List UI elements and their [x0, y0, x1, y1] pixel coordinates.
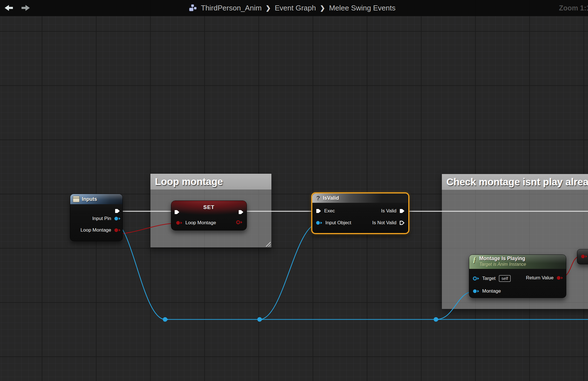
forward-arrow-icon[interactable] — [21, 3, 31, 13]
breadcrumb: ThirdPerson_Anim ❯ Event Graph ❯ Melee S… — [188, 0, 396, 16]
blueprint-graph-icon — [188, 4, 197, 12]
node-header[interactable]: Inputs — [70, 194, 122, 204]
pin-label: Is Valid — [381, 208, 397, 214]
breadcrumb-graph[interactable]: Event Graph — [275, 4, 316, 12]
wire-layer — [0, 0, 588, 381]
loop-montage-input-pin[interactable] — [176, 221, 183, 225]
target-self-value[interactable]: self — [499, 275, 510, 282]
question-mark-icon: ? — [316, 195, 320, 202]
exec-out-pin[interactable] — [238, 209, 244, 215]
blue-data-wire-montage[interactable] — [436, 291, 474, 319]
pin-label: Montage — [482, 288, 501, 294]
blue-data-wire-isvalid[interactable] — [260, 223, 319, 319]
montage-pin[interactable] — [473, 289, 479, 293]
exec-in-pin[interactable] — [174, 209, 180, 215]
node-title: IsValid — [323, 195, 339, 201]
breadcrumb-subgraph[interactable]: Melee Swing Events — [329, 4, 396, 12]
node-montage-is-playing[interactable]: ƒ Montage Is Playing Target is Anim Inst… — [469, 254, 566, 298]
exec-out-pin[interactable] — [115, 208, 120, 214]
node-title: Inputs — [82, 196, 97, 202]
red-input-pin[interactable] — [581, 254, 587, 259]
zoom-level-label: Zoom 1:1 — [559, 0, 588, 16]
reroute-node-3[interactable] — [434, 317, 438, 322]
is-not-valid-exec-out-pin[interactable] — [399, 220, 405, 226]
node-header[interactable]: ƒ Montage Is Playing Target is Anim Inst… — [469, 255, 566, 269]
input-pin-output-pin[interactable] — [114, 216, 121, 221]
chevron-right-icon: ❯ — [266, 5, 271, 12]
pin-label: Loop Montage — [80, 227, 111, 233]
breadcrumb-asset[interactable]: ThirdPerson_Anim — [201, 4, 262, 12]
pin-label: Return Value — [526, 275, 554, 281]
is-valid-exec-out-pin[interactable] — [399, 208, 405, 214]
reroute-node-1[interactable] — [163, 317, 167, 322]
node-isvalid[interactable]: ? IsValid Exec Is Valid Input Object I — [311, 192, 409, 234]
input-object-pin[interactable] — [316, 221, 322, 225]
chevron-right-icon: ❯ — [320, 5, 325, 12]
node-subtitle: Target is Anim Instance — [479, 262, 526, 267]
pin-label: Input Object — [325, 220, 351, 226]
pin-label: Input Pin — [92, 216, 111, 221]
pin-label: Is Not Valid — [372, 220, 396, 226]
blueprint-graph-canvas[interactable]: Loop montage Check montage isnt play alr… — [0, 0, 588, 381]
node-title: Montage Is Playing — [479, 256, 526, 262]
pin-label: Loop Montage — [185, 220, 216, 226]
reroute-node-2[interactable] — [257, 317, 262, 322]
node-header[interactable]: ? IsValid — [312, 193, 408, 203]
function-icon: ƒ — [473, 255, 477, 264]
return-value-pin[interactable] — [556, 276, 563, 280]
target-pin[interactable] — [473, 276, 479, 281]
tunnel-icon — [73, 196, 80, 202]
node-inputs-tunnel[interactable]: Inputs Input Pin Loop Montage — [70, 194, 123, 241]
node-partial-clipped[interactable] — [577, 249, 588, 264]
node-title: SET — [171, 204, 247, 210]
back-arrow-icon[interactable] — [3, 3, 14, 13]
node-set-loop-montage[interactable]: SET Loop Montage — [171, 201, 247, 230]
exec-in-pin[interactable] — [316, 208, 321, 214]
pin-label: Target — [482, 276, 495, 281]
loop-montage-output-pin[interactable] — [114, 228, 121, 232]
loop-montage-output-pin-unconnected[interactable] — [236, 220, 243, 225]
pin-label: Exec — [324, 208, 335, 214]
graph-title-bar: ThirdPerson_Anim ❯ Event Graph ❯ Melee S… — [0, 0, 588, 16]
